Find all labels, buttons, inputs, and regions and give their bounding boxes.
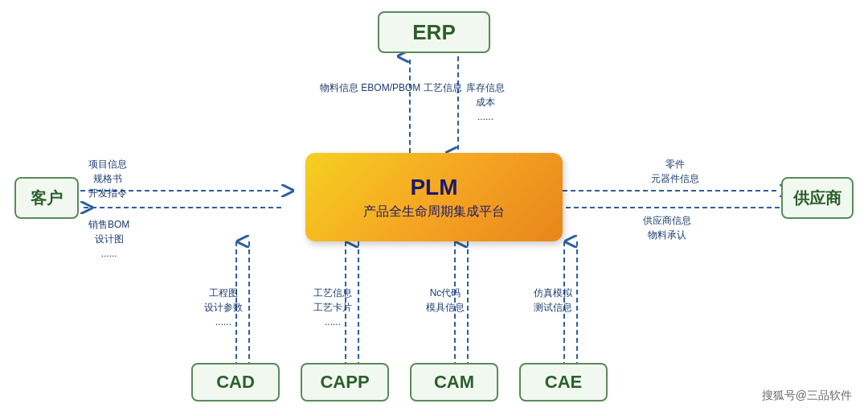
supplier-box: 供应商 <box>781 177 854 219</box>
cam-plm-label: Nc代码模具信息 <box>426 286 465 315</box>
cae-box: CAE <box>519 363 608 402</box>
erp-plm-right-label: 库存信息成本...... <box>466 80 505 124</box>
supplier-plm-label: 供应商信息物料承认 <box>643 213 691 242</box>
cam-box: CAM <box>410 363 498 402</box>
erp-label: ERP <box>412 20 455 45</box>
erp-plm-left-label: 物料信息 EBOM/PBOM 工艺信息 <box>320 80 462 95</box>
plm-supplier-label: 零件元器件信息 <box>651 157 699 186</box>
plm-customer-label: 销售BOM设计图...... <box>88 217 129 261</box>
cad-plm-label: 工程图设计参数...... <box>204 286 243 329</box>
plm-subtitle: 产品全生命周期集成平台 <box>363 204 505 220</box>
customer-label: 客户 <box>31 187 63 209</box>
capp-plm-label: 工艺信息工艺卡片...... <box>313 286 352 329</box>
customer-box: 客户 <box>14 177 79 219</box>
cae-label: CAE <box>545 372 582 393</box>
supplier-label: 供应商 <box>793 187 841 209</box>
capp-label: CAPP <box>320 372 369 393</box>
cae-plm-label: 仿真模拟测试信息 <box>534 286 572 315</box>
plm-box: PLM 产品全生命周期集成平台 <box>305 153 563 241</box>
diagram-container: ERP PLM 产品全生命周期集成平台 客户 供应商 CAD CAPP CAM … <box>0 0 868 416</box>
plm-title: PLM <box>410 175 457 200</box>
cad-label: CAD <box>216 372 255 393</box>
cad-box: CAD <box>191 363 280 402</box>
cam-label: CAM <box>434 372 474 393</box>
customer-plm-label: 项目信息规格书开发指令 <box>88 157 127 200</box>
watermark: 搜狐号@三品软件 <box>762 389 852 403</box>
capp-box: CAPP <box>301 363 389 402</box>
erp-box: ERP <box>378 11 490 53</box>
